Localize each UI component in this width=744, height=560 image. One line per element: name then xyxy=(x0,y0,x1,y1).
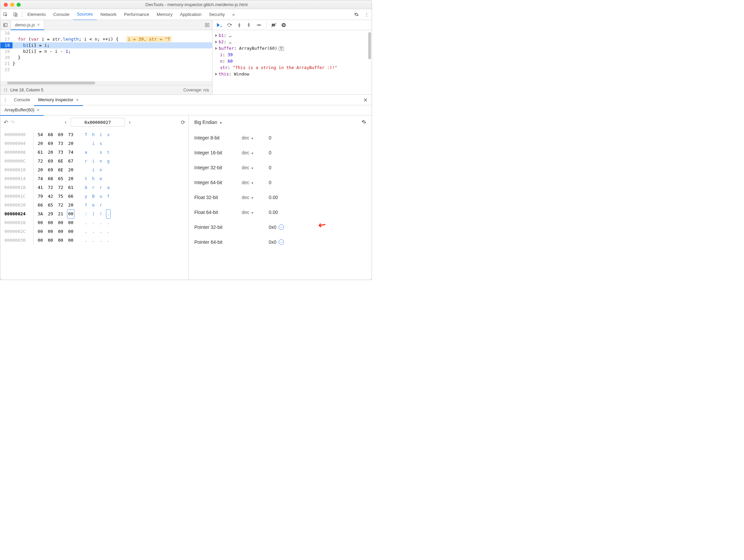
tab-security[interactable]: Security xyxy=(205,9,228,20)
sources-panel: demo-js.js ✕ 1617 for (var i = str.lengt… xyxy=(0,20,213,94)
close-icon[interactable]: ✕ xyxy=(37,23,40,27)
debugger-sidebar: b1: … b2: … buffer: ArrayBuffer(60)☰ i: … xyxy=(213,20,372,94)
pause-on-exceptions-button[interactable] xyxy=(281,23,286,27)
zoom-window-button[interactable] xyxy=(17,3,21,7)
value-row: Float 64-bitdec0.00 xyxy=(194,205,366,220)
address-input[interactable] xyxy=(71,118,125,127)
title-bar: DevTools - memory-inspector.glitch.me/de… xyxy=(0,0,372,9)
more-tabs-button[interactable]: » xyxy=(228,9,238,20)
step-into-button[interactable] xyxy=(237,23,242,27)
svg-rect-11 xyxy=(284,24,285,26)
value-row: Pointer 32-bit0x0 → xyxy=(194,220,366,235)
hex-viewer[interactable]: 0000000054686973This0000000420697320 is … xyxy=(0,129,189,246)
pretty-print-icon[interactable]: {} xyxy=(4,87,8,92)
drawer-tab-memory-inspector[interactable]: Memory Inspector ✕ xyxy=(34,94,83,106)
navigator-toggle-icon[interactable] xyxy=(0,23,10,27)
tab-application[interactable]: Application xyxy=(176,9,205,20)
svg-point-5 xyxy=(229,26,230,27)
value-settings-icon[interactable] xyxy=(362,120,366,125)
tab-sources[interactable]: Sources xyxy=(73,9,97,20)
svg-rect-1 xyxy=(14,13,16,16)
endianness-select[interactable]: Big Endian xyxy=(194,120,222,125)
close-window-button[interactable] xyxy=(4,3,8,7)
close-drawer-button[interactable]: ✕ xyxy=(359,97,372,103)
step-over-button[interactable] xyxy=(227,23,232,27)
value-row: Pointer 64-bit0x0 → xyxy=(194,235,366,250)
value-row: Integer 8-bitdec0 xyxy=(194,130,366,145)
buffer-tab-label: ArrayBuffer(60) xyxy=(4,105,35,115)
value-row: Float 32-bitdec0.00 xyxy=(194,190,366,205)
devtools-tabs: ElementsConsoleSourcesNetworkPerformance… xyxy=(0,9,372,20)
step-button[interactable] xyxy=(256,23,261,27)
tab-elements[interactable]: Elements xyxy=(24,9,49,20)
value-row: Integer 32-bitdec0 xyxy=(194,160,366,175)
run-snippet-icon[interactable] xyxy=(202,23,212,27)
coverage-status: Coverage: n/a xyxy=(183,88,209,92)
value-row: Integer 16-bitdec0 xyxy=(194,145,366,160)
drawer-tabs: ⋮ ConsoleMemory Inspector ✕ ✕ xyxy=(0,94,372,105)
tab-console[interactable]: Console xyxy=(49,9,73,20)
minimize-window-button[interactable] xyxy=(10,3,14,7)
value-row: Integer 64-bitdec0 xyxy=(194,175,366,190)
svg-rect-10 xyxy=(283,24,284,26)
scope-scrollbar[interactable] xyxy=(368,32,371,59)
step-out-button[interactable] xyxy=(246,23,251,27)
resume-button[interactable] xyxy=(217,23,222,27)
deactivate-breakpoints-button[interactable] xyxy=(271,23,277,27)
display-mode-select[interactable]: dec xyxy=(242,210,269,215)
undo-button[interactable]: ↶ xyxy=(4,119,8,126)
file-tab-demo-js[interactable]: demo-js.js ✕ xyxy=(10,20,44,30)
jump-to-address-button[interactable]: → xyxy=(279,239,284,245)
svg-point-6 xyxy=(239,26,240,27)
inspect-element-icon[interactable] xyxy=(0,12,10,17)
tab-memory[interactable]: Memory xyxy=(153,9,176,20)
device-toolbar-icon[interactable] xyxy=(10,12,21,17)
scope-panel: b1: … b2: … buffer: ArrayBuffer(60)☰ i: … xyxy=(213,30,372,79)
horizontal-scrollbar[interactable] xyxy=(0,81,212,85)
tab-network[interactable]: Network xyxy=(97,9,121,20)
prev-page-button[interactable]: ‹ xyxy=(62,118,69,127)
svg-point-8 xyxy=(260,24,261,25)
buffer-tab[interactable]: ArrayBuffer(60) ✕ xyxy=(0,105,44,116)
drawer-menu-icon[interactable]: ⋮ xyxy=(0,98,10,103)
tab-performance[interactable]: Performance xyxy=(120,9,153,20)
display-mode-select[interactable]: dec xyxy=(242,135,269,141)
svg-point-7 xyxy=(248,23,249,24)
display-mode-select[interactable]: dec xyxy=(242,180,269,185)
code-editor[interactable]: 1617 for (var i = str.length; i < n; ++i… xyxy=(0,30,212,81)
memory-inspector-icon[interactable]: ☰ xyxy=(279,47,284,51)
window-title: DevTools - memory-inspector.glitch.me/de… xyxy=(25,2,368,7)
cursor-position: Line 18, Column 5 xyxy=(10,88,43,92)
devtools-window: DevTools - memory-inspector.glitch.me/de… xyxy=(0,0,372,280)
settings-icon[interactable] xyxy=(351,12,362,17)
file-tab-label: demo-js.js xyxy=(15,22,35,27)
redo-button[interactable]: ↷ xyxy=(10,119,15,126)
drawer-tab-console[interactable]: Console xyxy=(10,94,34,105)
jump-to-address-button[interactable]: → xyxy=(279,224,284,230)
display-mode-select[interactable]: dec xyxy=(242,195,269,200)
next-page-button[interactable]: › xyxy=(126,118,133,127)
refresh-button[interactable]: ⟳ xyxy=(181,119,185,126)
more-menu-icon[interactable]: ⋮ xyxy=(362,12,372,17)
close-icon[interactable]: ✕ xyxy=(37,105,40,115)
display-mode-select[interactable]: dec xyxy=(242,165,269,170)
display-mode-select[interactable]: dec xyxy=(242,150,269,155)
svg-point-9 xyxy=(282,23,286,27)
